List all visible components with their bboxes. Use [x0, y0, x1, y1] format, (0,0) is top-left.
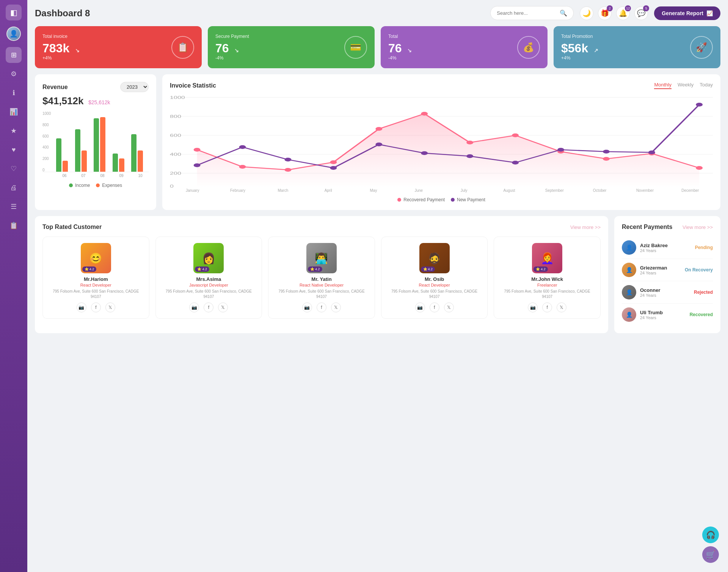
tab-weekly[interactable]: Weekly — [678, 82, 693, 89]
line-chart-svg: 1000 800 600 400 200 0 — [170, 94, 713, 188]
twitter-icon-0[interactable]: 𝕏 — [105, 302, 115, 312]
instagram-icon-0[interactable]: 📷 — [77, 302, 86, 312]
bar-expense-08 — [100, 117, 105, 172]
search-box[interactable]: 🔍 — [490, 6, 574, 20]
sidebar-item-analytics[interactable]: 📊 — [6, 104, 22, 120]
float-support-btn[interactable]: 🎧 — [702, 527, 719, 543]
sidebar-item-saved[interactable]: ♡ — [6, 161, 22, 177]
twitter-icon-3[interactable]: 𝕏 — [444, 302, 454, 312]
month-jul: July — [441, 188, 486, 193]
instagram-icon-3[interactable]: 📷 — [415, 302, 425, 312]
stat-card-payment: Secure Payment 76 ↘ -4% 💳 — [208, 26, 375, 68]
float-cart-btn[interactable]: 🛒 — [702, 546, 719, 563]
facebook-icon-2[interactable]: f — [317, 302, 326, 312]
r-dot-10 — [603, 157, 610, 161]
sidebar-item-favorites[interactable]: ★ — [6, 123, 22, 139]
bar-expense-09 — [119, 158, 124, 172]
facebook-icon-3[interactable]: f — [430, 302, 439, 312]
customers-view-more[interactable]: View more >> — [570, 224, 601, 230]
customer-role-4: Freelancer — [500, 283, 594, 287]
user-avatar[interactable]: 👤 — [6, 27, 21, 41]
twitter-icon-4[interactable]: 𝕏 — [557, 302, 566, 312]
customer-name-3: Mr. Osib — [388, 276, 482, 282]
x-axis-labels: January February March April May June Ju… — [170, 188, 713, 194]
sidebar-item-dashboard[interactable]: ⊞ — [6, 47, 22, 63]
recovered-label: Recovered Payment — [403, 197, 445, 202]
bar-group-07 — [75, 129, 93, 172]
bottom-row: Top Rated Customer View more >> 😊 ⭐ 4.2 … — [35, 216, 720, 333]
sidebar-item-menu[interactable]: ☰ — [6, 199, 22, 215]
payment-info-2: Oconner 24 Years — [640, 287, 690, 298]
instagram-icon-1[interactable]: 📷 — [189, 302, 199, 312]
stat-value-invoice: 783k ↘ — [42, 41, 80, 55]
promotion-icon-circle: 🚀 — [690, 36, 713, 59]
payment-item-1: 👤 Griezerman 24 Years On Recovery — [622, 259, 713, 281]
sidebar-item-reports[interactable]: 📋 — [6, 218, 22, 234]
year-select[interactable]: 2023 2022 2021 — [120, 82, 149, 92]
customer-avatar-2: 👨‍💻 ⭐ 4.2 — [306, 243, 337, 273]
rating-badge-0: ⭐ 4.2 — [82, 266, 97, 272]
twitter-icon-1[interactable]: 𝕏 — [218, 302, 228, 312]
r-dot-12 — [696, 166, 703, 170]
stat-change-invoice: +4% — [42, 55, 80, 61]
payment-status-2: Rejected — [694, 290, 713, 295]
tab-today[interactable]: Today — [700, 82, 713, 89]
payment-info-3: Uli Trumb 24 Years — [640, 310, 686, 320]
svg-text:800: 800 — [170, 114, 181, 119]
revenue-chart-header: Revenue 2023 2022 2021 — [42, 82, 149, 92]
generate-report-button[interactable]: Generate Report 📈 — [654, 6, 720, 20]
payment-info-0: Aziz Bakree 24 Years — [640, 243, 691, 253]
chat-icon-btn[interactable]: 💬 5 — [634, 6, 648, 20]
customer-role-3: React Developer — [388, 283, 482, 287]
month-may: May — [351, 188, 396, 193]
bar-group-08 — [94, 117, 111, 172]
bell-badge: 12 — [625, 5, 631, 11]
instagram-icon-2[interactable]: 📷 — [302, 302, 312, 312]
expenses-dot — [96, 183, 100, 187]
twitter-icon-2[interactable]: 𝕏 — [331, 302, 341, 312]
r-dot-8 — [512, 133, 519, 137]
header: Dashboard 8 🔍 🌙 🎁 2 🔔 12 💬 5 Generate Re… — [35, 6, 720, 20]
legend-recovered: Recovered Payment — [397, 197, 445, 202]
charts-row: Revenue 2023 2022 2021 $41,512k $25,612k… — [35, 74, 720, 210]
n-dot-8 — [512, 161, 519, 165]
bell-icon-btn[interactable]: 🔔 12 — [616, 6, 630, 20]
recovered-area — [197, 114, 700, 188]
facebook-icon-1[interactable]: f — [204, 302, 213, 312]
customers-card: Top Rated Customer View more >> 😊 ⭐ 4.2 … — [35, 216, 608, 333]
revenue-main-amount: $41,512k — [42, 95, 83, 107]
search-input[interactable] — [497, 10, 557, 16]
payment-years-2: 24 Years — [640, 293, 690, 298]
new-payment-dot — [451, 198, 455, 202]
n-dot-3 — [285, 158, 292, 161]
income-label: Income — [75, 183, 90, 188]
bar-group-10 — [131, 134, 149, 172]
revenue-bar-chart: 1000 800 600 400 200 0 — [42, 111, 149, 180]
instagram-icon-4[interactable]: 📷 — [528, 302, 538, 312]
customers-header: Top Rated Customer View more >> — [42, 224, 601, 230]
sidebar-item-settings[interactable]: ⚙ — [6, 66, 22, 82]
month-apr: April — [306, 188, 351, 193]
tab-monthly[interactable]: Monthly — [654, 82, 672, 89]
bar-label-06: 06 — [56, 174, 73, 178]
r-dot-2 — [239, 165, 246, 169]
payments-view-more[interactable]: View more >> — [682, 224, 713, 230]
payments-header: Recent Payments View more >> — [622, 224, 713, 230]
r-dot-1 — [194, 148, 201, 152]
month-nov: November — [622, 188, 667, 193]
customer-address-1: 795 Folsom Ave, Suite 600 San Francisco,… — [162, 289, 256, 299]
gift-icon-btn[interactable]: 🎁 2 — [598, 6, 612, 20]
sidebar-item-liked[interactable]: ♥ — [6, 142, 22, 158]
facebook-icon-4[interactable]: f — [542, 302, 552, 312]
gift-badge: 2 — [607, 5, 613, 11]
bar-income-08 — [94, 118, 99, 172]
theme-toggle-btn[interactable]: 🌙 — [580, 6, 593, 20]
facebook-icon-0[interactable]: f — [91, 302, 101, 312]
app-logo[interactable]: ◧ — [6, 5, 22, 20]
stat-value-promotion: $56k ↗ — [561, 41, 598, 55]
customer-socials-2: 📷 f 𝕏 — [275, 302, 369, 312]
sidebar-item-info[interactable]: ℹ — [6, 85, 22, 101]
bar-income-07 — [75, 129, 80, 172]
bar-chart-inner: 1000 800 600 400 200 0 — [42, 111, 149, 172]
sidebar-item-print[interactable]: 🖨 — [6, 180, 22, 196]
